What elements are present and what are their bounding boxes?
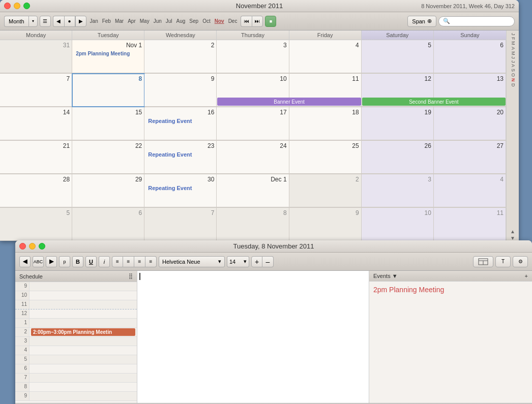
paragraph-btn[interactable]: p — [59, 256, 70, 267]
event-repeating-1[interactable]: Repeating Event — [146, 117, 214, 125]
event-area-5[interactable] — [29, 355, 137, 364]
notes-pane[interactable] — [137, 271, 369, 403]
event-planning[interactable]: 2pm Planning Meeting — [74, 50, 142, 57]
cell-nov9[interactable]: 9 — [144, 74, 217, 107]
table-insert-btn[interactable] — [473, 256, 493, 267]
sidebar-dec[interactable]: D — [510, 83, 516, 87]
cell-dec4[interactable]: 4 — [434, 174, 506, 207]
cell-nov29[interactable]: 29 — [72, 174, 144, 207]
event-area-7[interactable] — [29, 374, 137, 382]
cell-nov7[interactable]: 7 — [0, 74, 72, 107]
sidebar-sep[interactable]: S — [510, 68, 516, 72]
font-size-increase[interactable]: + — [251, 256, 262, 267]
search-box[interactable]: 🔍 — [438, 16, 515, 26]
cell-nov17[interactable]: 17 — [217, 107, 289, 140]
cell-nov21[interactable]: 21 — [0, 141, 72, 174]
sidebar-apr[interactable]: A — [510, 46, 516, 50]
sidebar-nov[interactable]: N — [510, 78, 516, 82]
event-area-1[interactable] — [29, 319, 137, 327]
cell-nov14[interactable]: 14 — [0, 107, 72, 140]
events-title[interactable]: Events ▼ — [373, 273, 398, 279]
sidebar-feb[interactable]: F — [510, 37, 516, 41]
today-button[interactable]: ● — [64, 16, 75, 27]
event-area-12[interactable] — [29, 309, 137, 318]
fast-prev-button[interactable]: ⏮ — [241, 16, 252, 27]
maximize-button[interactable] — [23, 3, 30, 9]
cell-nov2[interactable]: 2 — [144, 40, 217, 73]
month-pill-may[interactable]: May — [138, 18, 151, 24]
event-area-8[interactable] — [29, 383, 137, 391]
bottom-close-button[interactable] — [19, 243, 26, 250]
cell-nov6[interactable]: 6 — [434, 40, 506, 73]
list-view-button[interactable]: ☰ — [40, 16, 51, 27]
settings-btn[interactable]: ⚙ — [513, 256, 528, 267]
align-left-btn[interactable]: ≡ — [112, 256, 123, 267]
month-pill-dec[interactable]: Dec — [227, 18, 239, 24]
month-label[interactable]: Month — [4, 16, 28, 27]
event-area-9[interactable] — [29, 282, 137, 291]
minimize-button[interactable] — [14, 3, 20, 9]
cell-nov27[interactable]: 27 — [434, 141, 506, 174]
cell-nov3[interactable]: 3 — [217, 40, 289, 73]
abc-btn[interactable]: ABC — [33, 256, 44, 267]
cell-dec2[interactable]: 2 — [289, 174, 362, 207]
sidebar-jul[interactable]: J — [510, 60, 516, 64]
event-area-10[interactable] — [29, 291, 137, 300]
sidebar-may[interactable]: M — [510, 51, 516, 56]
event-area-11[interactable] — [29, 300, 137, 309]
cell-nov22[interactable]: 22 — [72, 141, 144, 174]
cell-dec9[interactable]: 9 — [289, 208, 362, 241]
event-repeating-3[interactable]: Repeating Event — [146, 184, 214, 192]
prev-nav-btn[interactable]: ◀ — [19, 256, 31, 267]
month-pill-nov[interactable]: Nov — [213, 18, 226, 24]
event-planning-block[interactable]: 2:00pm–3:00pm Planning Meetin — [31, 328, 135, 336]
fast-next-button[interactable]: ⏭ — [252, 16, 263, 27]
cell-nov19[interactable]: 19 — [362, 107, 434, 140]
month-pill-feb[interactable]: Feb — [101, 18, 112, 24]
cell-nov15[interactable]: 15 — [72, 107, 144, 140]
cell-nov1[interactable]: Nov 1 2pm Planning Meeting — [72, 40, 144, 73]
bottom-minimize-button[interactable] — [29, 243, 36, 250]
cell-nov25[interactable]: 25 — [289, 141, 362, 174]
month-selector[interactable]: Month ▾ — [4, 16, 38, 27]
banner-event-green[interactable]: Second Banner Event — [362, 98, 506, 106]
cell-nov28[interactable]: 28 — [0, 174, 72, 207]
cell-dec5[interactable]: 5 — [0, 208, 72, 241]
cell-nov5[interactable]: 5 — [362, 40, 434, 73]
bold-btn[interactable]: B — [72, 256, 83, 267]
cell-nov8[interactable]: 8 — [72, 74, 144, 107]
month-pill-oct[interactable]: Oct — [201, 18, 212, 24]
text-insert-btn[interactable]: T — [495, 256, 511, 267]
month-pill-sep[interactable]: Sep — [188, 18, 200, 24]
month-pill-jul[interactable]: Jul — [164, 18, 174, 24]
cell-nov20[interactable]: 20 — [434, 107, 506, 140]
span-button[interactable]: Span ⊕ — [407, 16, 436, 27]
next-button[interactable]: ▶ — [75, 16, 86, 27]
event-area-3[interactable] — [29, 337, 137, 346]
underline-btn[interactable]: U — [85, 256, 97, 267]
event-area-4[interactable] — [29, 346, 137, 355]
event-area-9b[interactable] — [29, 392, 137, 400]
cell-nov24[interactable]: 24 — [217, 141, 289, 174]
cell-oct31[interactable]: 31 — [0, 40, 72, 73]
cell-dec6[interactable]: 6 — [72, 208, 144, 241]
events-add-btn[interactable]: + — [525, 273, 528, 279]
calendar-icon-btn[interactable]: ■ — [265, 16, 276, 27]
sidebar-jun[interactable]: J — [510, 56, 516, 59]
cell-dec7[interactable]: 7 — [144, 208, 217, 241]
align-right-btn[interactable]: ≡ — [134, 256, 145, 267]
italic-btn[interactable]: i — [99, 256, 110, 267]
sidebar-mar[interactable]: M — [510, 41, 516, 46]
cell-nov30[interactable]: 30 Repeating Event — [144, 174, 217, 207]
scroll-up-arrow[interactable]: ▲ — [510, 229, 515, 234]
sidebar-aug[interactable]: A — [510, 64, 516, 68]
font-size-decrease[interactable]: – — [262, 256, 274, 267]
event-area-2[interactable]: 2:00pm–3:00pm Planning Meetin — [29, 328, 137, 336]
align-center-btn[interactable]: ≡ — [123, 256, 134, 267]
month-pill-apr[interactable]: Apr — [126, 18, 137, 24]
bottom-maximize-button[interactable] — [39, 243, 45, 250]
cell-dec8[interactable]: 8 — [217, 208, 289, 241]
month-pill-mar[interactable]: Mar — [113, 18, 125, 24]
sidebar-oct[interactable]: O — [510, 73, 516, 77]
cell-dec1[interactable]: Dec 1 — [217, 174, 289, 207]
